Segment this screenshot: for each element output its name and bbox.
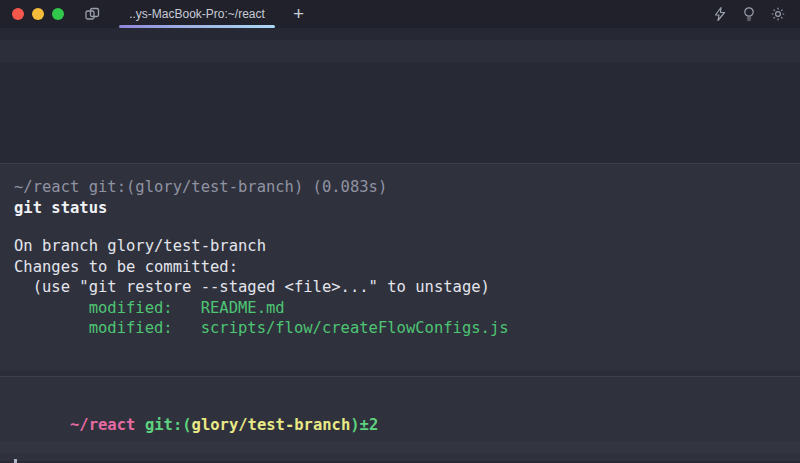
gear-icon[interactable]: [770, 6, 786, 22]
scrollback-empty-region: [0, 62, 800, 164]
command-text: git status: [14, 198, 786, 219]
lightning-icon[interactable]: [712, 6, 728, 22]
traffic-lights: [0, 8, 76, 20]
text-cursor[interactable]: [14, 459, 17, 463]
minimize-button[interactable]: [32, 8, 44, 20]
prompt-change-count: ±2: [360, 416, 379, 434]
empty-block-band: [0, 40, 800, 62]
output-line: (use "git restore --staged <file>..." to…: [14, 277, 786, 298]
input-row-highlight: [0, 441, 800, 453]
close-button[interactable]: [12, 8, 24, 20]
titlebar: ..ys-MacBook-Pro:~/react +: [0, 0, 800, 28]
tab-terminal[interactable]: ..ys-MacBook-Pro:~/react: [119, 0, 275, 28]
command-block-git-status[interactable]: ~/react git:(glory/test-branch) (0.083s)…: [0, 164, 800, 371]
output-line: Changes to be committed:: [14, 257, 786, 278]
modified-file-line: modified: scripts/flow/createFlowConfigs…: [14, 318, 786, 339]
terminal-top-strip: [0, 28, 800, 40]
prompt-git-prefix: git:(: [145, 416, 192, 434]
new-tab-button[interactable]: +: [289, 0, 308, 28]
previous-prompt-line: ~/react git:(glory/test-branch) (0.083s): [14, 177, 786, 198]
tab-active-underline: [119, 25, 275, 28]
prompt-git-branch: glory/test-branch: [192, 416, 351, 434]
bookmarks-icon[interactable]: [84, 6, 101, 23]
output-line: On branch glory/test-branch: [14, 236, 786, 257]
terminal-area[interactable]: ~/react git:(glory/test-branch) (0.083s)…: [0, 28, 800, 463]
output-blank-line: [14, 218, 786, 236]
lightbulb-icon[interactable]: [741, 6, 757, 22]
maximize-button[interactable]: [52, 8, 64, 20]
prompt-git-suffix: ): [350, 416, 359, 434]
prompt-directory: ~/react: [70, 416, 135, 434]
current-input-block[interactable]: ~/reactgit:(glory/test-branch)±2: [0, 377, 800, 461]
titlebar-actions: [712, 6, 800, 22]
modified-file-line: modified: README.md: [14, 298, 786, 319]
tab-title: ..ys-MacBook-Pro:~/react: [129, 7, 265, 21]
